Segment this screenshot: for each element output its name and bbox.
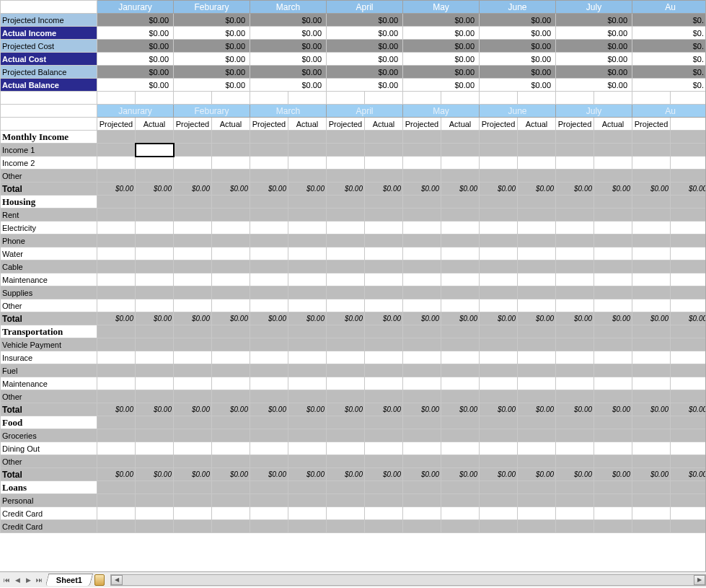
summary-cell[interactable]: $0.00 <box>174 53 250 66</box>
data-cell[interactable] <box>518 351 556 364</box>
data-cell[interactable] <box>632 338 671 351</box>
data-cell[interactable] <box>97 351 136 364</box>
data-cell[interactable] <box>174 351 212 364</box>
summary-cell[interactable]: $0.00 <box>97 27 174 40</box>
month-header-2[interactable]: Au <box>632 105 706 118</box>
total-cell[interactable]: $0.00 <box>441 312 480 325</box>
data-cell[interactable] <box>212 494 250 507</box>
total-cell[interactable]: $0.00 <box>327 403 365 416</box>
data-cell[interactable] <box>212 364 250 377</box>
total-cell[interactable]: $0.00 <box>594 403 632 416</box>
data-cell[interactable] <box>556 442 594 455</box>
data-cell[interactable] <box>136 377 174 390</box>
data-cell[interactable] <box>365 520 403 533</box>
data-cell[interactable] <box>518 442 556 455</box>
total-cell[interactable]: $0.00 <box>288 403 327 416</box>
data-cell[interactable] <box>480 507 518 520</box>
total-cell[interactable]: $0.00 <box>480 468 518 481</box>
section-title[interactable]: Housing <box>1 196 97 209</box>
data-cell[interactable] <box>212 221 250 234</box>
cell[interactable] <box>97 196 136 209</box>
data-cell[interactable] <box>480 390 518 403</box>
data-cell[interactable] <box>518 260 556 273</box>
data-cell[interactable] <box>671 209 706 221</box>
row-label[interactable]: Income 2 <box>1 157 97 170</box>
data-cell[interactable] <box>441 494 480 507</box>
summary-cell[interactable]: $0.00 <box>480 40 556 53</box>
total-cell[interactable]: $0.00 <box>212 183 250 196</box>
data-cell[interactable] <box>671 351 706 364</box>
data-cell[interactable] <box>212 442 250 455</box>
data-cell[interactable] <box>365 247 403 260</box>
data-cell[interactable] <box>288 234 327 247</box>
data-cell[interactable] <box>441 157 480 170</box>
data-cell[interactable] <box>288 338 327 351</box>
cell[interactable] <box>136 92 174 105</box>
data-cell[interactable] <box>327 209 365 221</box>
cell[interactable] <box>365 416 403 429</box>
data-cell[interactable] <box>480 494 518 507</box>
data-cell[interactable] <box>594 442 632 455</box>
cell[interactable] <box>174 416 212 429</box>
data-cell[interactable] <box>671 494 706 507</box>
summary-row-label[interactable]: Actual Balance <box>1 79 97 92</box>
data-cell[interactable] <box>327 247 365 260</box>
data-cell[interactable] <box>480 234 518 247</box>
total-cell[interactable]: $0.00 <box>97 468 136 481</box>
cell[interactable] <box>97 325 136 338</box>
month-header[interactable]: Janurary <box>97 1 174 14</box>
cell[interactable] <box>97 131 136 144</box>
total-cell[interactable]: $0.00 <box>250 183 288 196</box>
data-cell[interactable] <box>174 260 212 273</box>
blank-cell[interactable] <box>1 92 97 105</box>
data-cell[interactable] <box>480 247 518 260</box>
cell[interactable] <box>174 131 212 144</box>
total-cell[interactable]: $0.00 <box>212 468 250 481</box>
data-cell[interactable] <box>250 494 288 507</box>
data-cell[interactable] <box>97 299 136 312</box>
data-cell[interactable] <box>594 494 632 507</box>
total-cell[interactable]: $0.00 <box>365 468 403 481</box>
data-cell[interactable] <box>594 299 632 312</box>
data-cell[interactable] <box>97 234 136 247</box>
summary-cell[interactable]: $0.00 <box>480 66 556 79</box>
total-cell[interactable]: $0.00 <box>327 183 365 196</box>
data-cell[interactable] <box>97 157 136 170</box>
data-cell[interactable] <box>441 286 480 299</box>
summary-cell[interactable]: $0.00 <box>480 79 556 92</box>
data-cell[interactable] <box>518 170 556 183</box>
row-label[interactable]: Rent <box>1 209 97 221</box>
total-cell[interactable]: $0.00 <box>136 468 174 481</box>
summary-cell[interactable]: $0.00 <box>403 53 480 66</box>
summary-cell[interactable]: $0.00 <box>97 66 174 79</box>
total-cell[interactable]: $0.00 <box>97 183 136 196</box>
cell[interactable] <box>288 131 327 144</box>
sheet-tab[interactable]: Sheet1 <box>45 574 94 586</box>
data-cell[interactable] <box>403 494 441 507</box>
data-cell[interactable] <box>671 273 706 286</box>
data-cell[interactable] <box>594 157 632 170</box>
data-cell[interactable] <box>136 364 174 377</box>
total-cell[interactable]: $0.00 <box>556 468 594 481</box>
data-cell[interactable] <box>212 390 250 403</box>
data-cell[interactable] <box>632 390 671 403</box>
summary-cell[interactable]: $0.00 <box>480 27 556 40</box>
data-cell[interactable] <box>556 157 594 170</box>
cell[interactable] <box>288 92 327 105</box>
data-cell[interactable] <box>97 338 136 351</box>
data-cell[interactable] <box>212 507 250 520</box>
data-cell[interactable] <box>212 351 250 364</box>
data-cell[interactable] <box>632 442 671 455</box>
data-cell[interactable] <box>671 507 706 520</box>
data-cell[interactable] <box>632 221 671 234</box>
data-cell[interactable] <box>97 364 136 377</box>
tab-insert-icon[interactable] <box>94 574 105 586</box>
data-cell[interactable] <box>632 209 671 221</box>
data-cell[interactable] <box>594 429 632 442</box>
cell[interactable] <box>174 481 212 494</box>
data-cell[interactable] <box>556 455 594 468</box>
subheader-projected[interactable]: Projected <box>632 118 671 131</box>
data-cell[interactable] <box>174 209 212 221</box>
data-cell[interactable] <box>174 390 212 403</box>
total-cell[interactable]: $0.00 <box>212 403 250 416</box>
